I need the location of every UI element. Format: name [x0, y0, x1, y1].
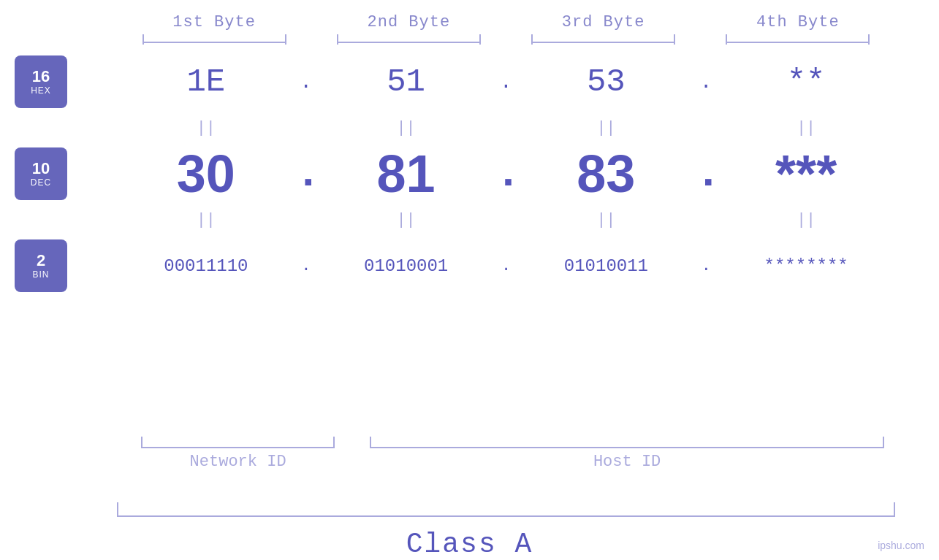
bin-badge-label: BIN	[32, 269, 49, 280]
top-bracket-1	[124, 34, 304, 49]
bin-d1: .	[295, 257, 317, 275]
dec-badge-label: DEC	[31, 177, 51, 188]
network-id-label: Network ID	[117, 453, 359, 471]
host-id-text: Host ID	[593, 453, 661, 471]
bottom-area: Network ID Host ID	[0, 437, 939, 495]
byte-header-2: 2nd Byte	[311, 13, 506, 31]
bin-d2: .	[495, 257, 517, 275]
byte-header-3: 3rd Byte	[506, 13, 701, 31]
dec-b2: 81	[317, 144, 495, 204]
hex-b4: **	[717, 64, 895, 100]
dec-row: 10 DEC 30 . 81 . 83 . ***	[117, 141, 895, 207]
main-container: 1st Byte 2nd Byte 3rd Byte 4th Byte 16 H…	[0, 0, 939, 560]
eq2-b1: ||	[117, 211, 295, 229]
dec-b3: 83	[517, 144, 696, 204]
dec-badge-number: 10	[32, 160, 50, 177]
hex-d3: .	[695, 71, 717, 93]
top-bracket-row	[0, 34, 939, 49]
dec-d2: .	[495, 149, 517, 199]
equals-row-2: || || || ||	[117, 207, 895, 233]
hex-d2: .	[495, 71, 517, 93]
big-bracket-row	[0, 495, 939, 517]
eq1-b2: ||	[317, 119, 495, 137]
equals-row-1: || || || ||	[117, 115, 895, 141]
class-a-text: Class A	[406, 529, 533, 560]
bin-d3: .	[695, 257, 717, 275]
bin-b3: 01010011	[517, 256, 696, 276]
host-id-label: Host ID	[359, 453, 895, 471]
eq1-b4: ||	[717, 119, 895, 137]
eq1-b3: ||	[517, 119, 696, 137]
hex-badge: 16 HEX	[15, 55, 67, 108]
hex-row: 16 HEX 1E . 51 . 53 . **	[117, 49, 895, 115]
hex-b1: 1E	[117, 64, 295, 100]
dec-b1: 30	[117, 144, 295, 204]
hex-b2: 51	[317, 64, 495, 100]
eq1-b1: ||	[117, 119, 295, 137]
bin-b1: 00011110	[117, 256, 295, 276]
network-id-text: Network ID	[190, 453, 286, 471]
dec-b4: ***	[717, 144, 895, 204]
bin-b4: ********	[717, 256, 895, 276]
eq2-b3: ||	[517, 211, 696, 229]
bin-b2: 01010001	[317, 256, 495, 276]
dec-badge: 10 DEC	[15, 147, 67, 200]
dec-d3: .	[695, 149, 717, 199]
bin-badge-number: 2	[37, 252, 45, 269]
eq2-b2: ||	[317, 211, 495, 229]
top-bracket-2	[319, 34, 498, 49]
top-bracket-4	[708, 34, 888, 49]
class-a-row: Class A	[0, 529, 939, 560]
bin-badge: 2 BIN	[15, 239, 67, 292]
hex-d1: .	[295, 71, 317, 93]
watermark: ipshu.com	[878, 540, 924, 551]
byte-headers: 1st Byte 2nd Byte 3rd Byte 4th Byte	[0, 0, 939, 31]
bin-row: 2 BIN 00011110 . 01010001 . 01010011 . *…	[117, 233, 895, 299]
eq2-b4: ||	[717, 211, 895, 229]
dec-d1: .	[295, 149, 317, 199]
rows-area: 16 HEX 1E . 51 . 53 . ** || || || || 10 …	[0, 49, 939, 437]
byte-header-1: 1st Byte	[117, 13, 311, 31]
hex-b3: 53	[517, 64, 696, 100]
top-bracket-3	[514, 34, 693, 49]
hex-badge-label: HEX	[31, 85, 51, 96]
hex-badge-number: 16	[32, 68, 50, 85]
byte-header-4: 4th Byte	[701, 13, 895, 31]
